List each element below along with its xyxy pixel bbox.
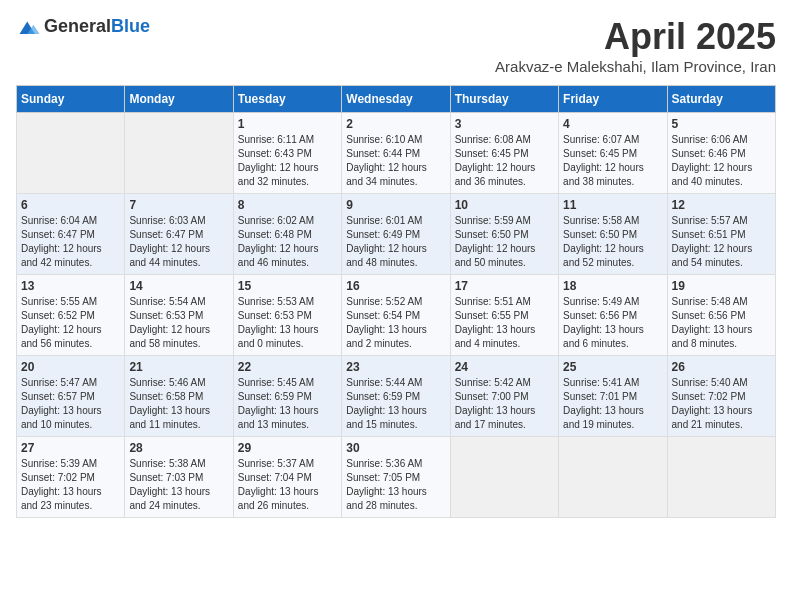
day-info: Sunrise: 5:41 AM Sunset: 7:01 PM Dayligh… (563, 376, 662, 432)
calendar-cell (125, 113, 233, 194)
day-number: 18 (563, 279, 662, 293)
day-info: Sunrise: 5:44 AM Sunset: 6:59 PM Dayligh… (346, 376, 445, 432)
day-info: Sunrise: 6:02 AM Sunset: 6:48 PM Dayligh… (238, 214, 337, 270)
day-number: 20 (21, 360, 120, 374)
calendar-week-3: 13Sunrise: 5:55 AM Sunset: 6:52 PM Dayli… (17, 275, 776, 356)
day-number: 22 (238, 360, 337, 374)
header: GeneralBlue April 2025 Arakvaz-e Maleksh… (16, 16, 776, 75)
day-number: 17 (455, 279, 554, 293)
day-number: 13 (21, 279, 120, 293)
day-info: Sunrise: 6:06 AM Sunset: 6:46 PM Dayligh… (672, 133, 771, 189)
calendar-table: SundayMondayTuesdayWednesdayThursdayFrid… (16, 85, 776, 518)
day-info: Sunrise: 6:07 AM Sunset: 6:45 PM Dayligh… (563, 133, 662, 189)
day-info: Sunrise: 5:36 AM Sunset: 7:05 PM Dayligh… (346, 457, 445, 513)
calendar-cell: 10Sunrise: 5:59 AM Sunset: 6:50 PM Dayli… (450, 194, 558, 275)
logo-blue: Blue (111, 16, 150, 36)
day-info: Sunrise: 6:10 AM Sunset: 6:44 PM Dayligh… (346, 133, 445, 189)
day-number: 11 (563, 198, 662, 212)
calendar-cell: 6Sunrise: 6:04 AM Sunset: 6:47 PM Daylig… (17, 194, 125, 275)
calendar-cell: 7Sunrise: 6:03 AM Sunset: 6:47 PM Daylig… (125, 194, 233, 275)
month-title: April 2025 (495, 16, 776, 58)
calendar-cell: 5Sunrise: 6:06 AM Sunset: 6:46 PM Daylig… (667, 113, 775, 194)
day-info: Sunrise: 6:01 AM Sunset: 6:49 PM Dayligh… (346, 214, 445, 270)
weekday-header-sunday: Sunday (17, 86, 125, 113)
calendar-week-1: 1Sunrise: 6:11 AM Sunset: 6:43 PM Daylig… (17, 113, 776, 194)
location-title: Arakvaz-e Malekshahi, Ilam Province, Ira… (495, 58, 776, 75)
day-info: Sunrise: 6:03 AM Sunset: 6:47 PM Dayligh… (129, 214, 228, 270)
calendar-cell: 15Sunrise: 5:53 AM Sunset: 6:53 PM Dayli… (233, 275, 341, 356)
day-number: 7 (129, 198, 228, 212)
day-number: 30 (346, 441, 445, 455)
calendar-cell: 19Sunrise: 5:48 AM Sunset: 6:56 PM Dayli… (667, 275, 775, 356)
day-info: Sunrise: 5:38 AM Sunset: 7:03 PM Dayligh… (129, 457, 228, 513)
logo-general: General (44, 16, 111, 36)
day-number: 15 (238, 279, 337, 293)
calendar-cell: 29Sunrise: 5:37 AM Sunset: 7:04 PM Dayli… (233, 437, 341, 518)
day-info: Sunrise: 6:04 AM Sunset: 6:47 PM Dayligh… (21, 214, 120, 270)
day-number: 24 (455, 360, 554, 374)
calendar-cell: 18Sunrise: 5:49 AM Sunset: 6:56 PM Dayli… (559, 275, 667, 356)
day-number: 23 (346, 360, 445, 374)
day-info: Sunrise: 5:37 AM Sunset: 7:04 PM Dayligh… (238, 457, 337, 513)
calendar-cell: 3Sunrise: 6:08 AM Sunset: 6:45 PM Daylig… (450, 113, 558, 194)
day-number: 16 (346, 279, 445, 293)
day-number: 6 (21, 198, 120, 212)
calendar-cell: 2Sunrise: 6:10 AM Sunset: 6:44 PM Daylig… (342, 113, 450, 194)
calendar-cell: 24Sunrise: 5:42 AM Sunset: 7:00 PM Dayli… (450, 356, 558, 437)
calendar-cell: 14Sunrise: 5:54 AM Sunset: 6:53 PM Dayli… (125, 275, 233, 356)
day-info: Sunrise: 5:49 AM Sunset: 6:56 PM Dayligh… (563, 295, 662, 351)
calendar-cell (450, 437, 558, 518)
day-number: 4 (563, 117, 662, 131)
day-info: Sunrise: 5:42 AM Sunset: 7:00 PM Dayligh… (455, 376, 554, 432)
calendar-cell: 27Sunrise: 5:39 AM Sunset: 7:02 PM Dayli… (17, 437, 125, 518)
day-info: Sunrise: 5:39 AM Sunset: 7:02 PM Dayligh… (21, 457, 120, 513)
calendar-cell: 8Sunrise: 6:02 AM Sunset: 6:48 PM Daylig… (233, 194, 341, 275)
calendar-cell: 11Sunrise: 5:58 AM Sunset: 6:50 PM Dayli… (559, 194, 667, 275)
day-info: Sunrise: 5:46 AM Sunset: 6:58 PM Dayligh… (129, 376, 228, 432)
day-number: 25 (563, 360, 662, 374)
day-info: Sunrise: 5:53 AM Sunset: 6:53 PM Dayligh… (238, 295, 337, 351)
calendar-cell: 23Sunrise: 5:44 AM Sunset: 6:59 PM Dayli… (342, 356, 450, 437)
weekday-header-friday: Friday (559, 86, 667, 113)
day-info: Sunrise: 5:51 AM Sunset: 6:55 PM Dayligh… (455, 295, 554, 351)
calendar-week-5: 27Sunrise: 5:39 AM Sunset: 7:02 PM Dayli… (17, 437, 776, 518)
day-info: Sunrise: 5:45 AM Sunset: 6:59 PM Dayligh… (238, 376, 337, 432)
day-info: Sunrise: 5:54 AM Sunset: 6:53 PM Dayligh… (129, 295, 228, 351)
calendar-cell: 28Sunrise: 5:38 AM Sunset: 7:03 PM Dayli… (125, 437, 233, 518)
day-number: 2 (346, 117, 445, 131)
calendar-cell: 4Sunrise: 6:07 AM Sunset: 6:45 PM Daylig… (559, 113, 667, 194)
day-number: 14 (129, 279, 228, 293)
day-number: 8 (238, 198, 337, 212)
calendar-cell: 22Sunrise: 5:45 AM Sunset: 6:59 PM Dayli… (233, 356, 341, 437)
day-number: 27 (21, 441, 120, 455)
weekday-header-monday: Monday (125, 86, 233, 113)
calendar-cell: 1Sunrise: 6:11 AM Sunset: 6:43 PM Daylig… (233, 113, 341, 194)
weekday-header-row: SundayMondayTuesdayWednesdayThursdayFrid… (17, 86, 776, 113)
calendar-cell: 12Sunrise: 5:57 AM Sunset: 6:51 PM Dayli… (667, 194, 775, 275)
day-number: 21 (129, 360, 228, 374)
weekday-header-saturday: Saturday (667, 86, 775, 113)
logo: GeneralBlue (16, 16, 150, 37)
calendar-cell: 21Sunrise: 5:46 AM Sunset: 6:58 PM Dayli… (125, 356, 233, 437)
day-info: Sunrise: 6:11 AM Sunset: 6:43 PM Dayligh… (238, 133, 337, 189)
calendar-cell: 13Sunrise: 5:55 AM Sunset: 6:52 PM Dayli… (17, 275, 125, 356)
calendar-cell: 20Sunrise: 5:47 AM Sunset: 6:57 PM Dayli… (17, 356, 125, 437)
logo-icon (16, 17, 40, 37)
weekday-header-thursday: Thursday (450, 86, 558, 113)
calendar-cell: 17Sunrise: 5:51 AM Sunset: 6:55 PM Dayli… (450, 275, 558, 356)
day-info: Sunrise: 5:55 AM Sunset: 6:52 PM Dayligh… (21, 295, 120, 351)
day-number: 26 (672, 360, 771, 374)
weekday-header-tuesday: Tuesday (233, 86, 341, 113)
day-number: 12 (672, 198, 771, 212)
calendar-cell: 26Sunrise: 5:40 AM Sunset: 7:02 PM Dayli… (667, 356, 775, 437)
day-number: 19 (672, 279, 771, 293)
day-info: Sunrise: 5:59 AM Sunset: 6:50 PM Dayligh… (455, 214, 554, 270)
calendar-week-4: 20Sunrise: 5:47 AM Sunset: 6:57 PM Dayli… (17, 356, 776, 437)
day-number: 9 (346, 198, 445, 212)
day-info: Sunrise: 5:47 AM Sunset: 6:57 PM Dayligh… (21, 376, 120, 432)
day-info: Sunrise: 6:08 AM Sunset: 6:45 PM Dayligh… (455, 133, 554, 189)
day-info: Sunrise: 5:48 AM Sunset: 6:56 PM Dayligh… (672, 295, 771, 351)
calendar-week-2: 6Sunrise: 6:04 AM Sunset: 6:47 PM Daylig… (17, 194, 776, 275)
day-info: Sunrise: 5:52 AM Sunset: 6:54 PM Dayligh… (346, 295, 445, 351)
day-number: 29 (238, 441, 337, 455)
